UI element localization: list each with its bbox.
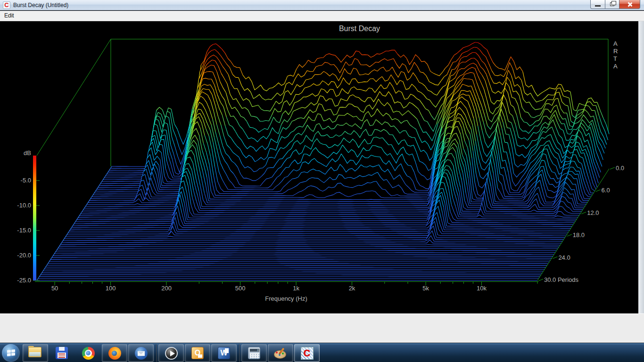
taskbar-item-media-player[interactable]	[158, 344, 184, 362]
freq-tick-label: 5k	[414, 285, 438, 292]
close-icon	[627, 2, 632, 7]
db-color-scale	[33, 156, 36, 280]
taskbar-separator	[239, 344, 240, 362]
arta-watermark: T	[613, 55, 617, 62]
freq-tick-label: 200	[155, 285, 178, 292]
period-tick-label: 0.0	[616, 165, 624, 172]
taskbar-item-thunderbird[interactable]	[128, 344, 154, 362]
freq-tick-label: 1k	[284, 285, 308, 292]
taskbar-item-explorer[interactable]	[23, 344, 48, 362]
paint-icon	[274, 348, 287, 360]
freq-tick-label: 10k	[470, 285, 494, 292]
arta-watermark: A	[613, 63, 618, 70]
firefox-icon	[108, 347, 121, 360]
db-tick-label: -15.0	[7, 227, 31, 234]
menu-bar: Edit	[0, 11, 644, 21]
freq-tick-label: 100	[99, 285, 123, 292]
taskbar-separator	[156, 344, 157, 362]
taskbar: OW0C DE 17:23 08.10.2016	[0, 343, 644, 362]
waterfall-control-bar: Mode Waterfall_F Palette Jet 25 Range(dB…	[0, 313, 644, 343]
db-tick-label: -5.0	[7, 177, 31, 184]
freq-tick-label: 500	[229, 285, 252, 292]
period-tick-label: 30.0 Periods	[544, 276, 578, 283]
outlook-icon: O	[191, 347, 204, 359]
start-button[interactable]	[2, 344, 20, 362]
taskbar-item-outlook[interactable]: O	[185, 344, 210, 362]
menu-item-edit[interactable]: Edit	[0, 11, 18, 20]
freq-axis-label: Frequency (Hz)	[239, 295, 333, 302]
db-tick-label: -10.0	[7, 202, 31, 209]
arta-icon: C	[301, 347, 314, 360]
chrome-icon	[82, 347, 95, 360]
windows-logo-icon	[7, 349, 15, 357]
period-tick-label: 12.0	[587, 209, 599, 216]
arta-watermark: A	[613, 40, 618, 47]
db-tick-label: -20.0	[7, 252, 31, 259]
period-tick-label: 18.0	[573, 231, 585, 239]
taskbar-item-paint[interactable]	[268, 344, 293, 362]
screen: C Burst Decay (Untitled) Edit Burst Deca…	[0, 0, 644, 362]
taskbar-item-word[interactable]: W	[211, 344, 237, 362]
waterfall-canvas	[0, 21, 644, 313]
window-edge	[638, 21, 644, 342]
period-tick-label: 6.0	[602, 187, 610, 194]
arta-app-icon: C	[3, 1, 10, 9]
media-player-icon	[165, 347, 178, 360]
freq-tick-label: 50	[43, 285, 66, 292]
minimize-button[interactable]	[590, 0, 605, 9]
restore-icon	[610, 2, 614, 6]
minimize-icon	[595, 5, 601, 7]
window-title: Burst Decay (Untitled)	[13, 2, 68, 8]
restore-button[interactable]	[605, 0, 619, 9]
burst-decay-plot: Burst Decay dB-5.0-10.0-15.0-20.0-25.050…	[0, 21, 644, 313]
close-button[interactable]	[619, 0, 640, 9]
taskbar-item-calculator[interactable]: 0	[241, 344, 267, 362]
db-tick-label: -25.0	[7, 277, 31, 284]
db-axis-label: dB	[9, 149, 31, 156]
calculator-icon: 0	[248, 347, 260, 359]
taskbar-item-floppy[interactable]	[49, 344, 74, 362]
word-icon: W	[218, 347, 230, 359]
window-titlebar: C Burst Decay (Untitled)	[0, 0, 644, 10]
taskbar-item-firefox[interactable]	[102, 344, 127, 362]
floppy-icon	[56, 347, 68, 359]
taskbar-item-chrome[interactable]	[75, 344, 101, 362]
plot-title: Burst Decay	[111, 25, 608, 33]
period-tick-label: 24.0	[558, 254, 570, 261]
freq-tick-label: 2k	[340, 285, 364, 292]
explorer-icon	[28, 346, 42, 360]
taskbar-item-arta[interactable]: C	[294, 344, 320, 362]
arta-watermark: R	[613, 48, 618, 55]
thunderbird-icon	[135, 347, 148, 360]
